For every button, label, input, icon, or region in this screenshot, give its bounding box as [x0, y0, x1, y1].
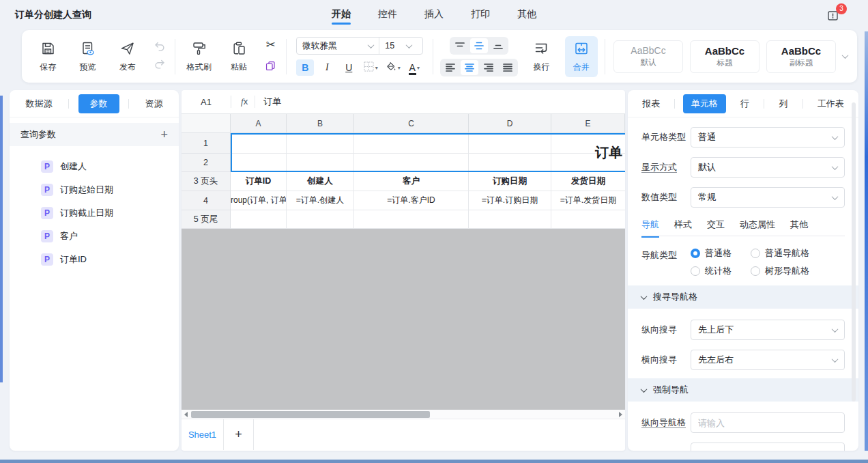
preset-subtitle[interactable]: AaBbCc 副标题 [766, 40, 836, 73]
param-item-order-id[interactable]: P 订单ID [41, 253, 179, 266]
radio-tree-nav-cell[interactable]: 树形导航格 [751, 265, 809, 277]
font-size-select[interactable]: 15 [379, 38, 417, 54]
cell-a2[interactable] [231, 154, 287, 172]
format-painter-button[interactable]: 格式刷 [182, 36, 215, 77]
cell-e1[interactable] [551, 133, 625, 154]
column-header-e[interactable]: E [551, 114, 625, 132]
cell-c5[interactable] [354, 210, 469, 229]
valign-middle-button[interactable] [470, 38, 488, 53]
vertical-nav-cell-input[interactable] [691, 412, 845, 433]
paste-button[interactable]: 粘贴 [222, 36, 255, 77]
cell-type-select[interactable]: 普通 [691, 127, 845, 148]
cell-a5[interactable] [231, 210, 287, 229]
tab-print[interactable]: 打印 [469, 1, 491, 27]
tab-cell[interactable]: 单元格 [683, 94, 726, 113]
horizontal-scrollbar[interactable] [182, 410, 625, 419]
subtab-dynamic-attrs[interactable]: 动态属性 [740, 219, 775, 236]
tab-column[interactable]: 列 [772, 94, 794, 113]
bold-button[interactable]: B [296, 59, 314, 76]
scroll-left-icon[interactable] [184, 412, 188, 417]
section-search-nav[interactable]: 搜寻导航格 [628, 285, 858, 309]
radio-normal-cell[interactable]: 普通格 [691, 247, 751, 259]
cell-b5[interactable] [287, 210, 354, 229]
halign-right-button[interactable] [480, 60, 497, 75]
tab-datasource[interactable]: 数据源 [19, 94, 59, 113]
column-header-b[interactable]: B [287, 114, 354, 132]
row-header-4[interactable]: 4 [182, 191, 231, 210]
cell-b1[interactable] [287, 133, 354, 154]
tab-worksheet[interactable]: 工作表 [811, 94, 851, 113]
cell-d4[interactable]: =订单.订购日期 [469, 191, 551, 210]
param-item-customer[interactable]: P 客户 [41, 229, 179, 242]
row-header-3-pageheader[interactable]: 3 页头 [182, 172, 231, 191]
subtab-other[interactable]: 其他 [790, 219, 808, 236]
section-force-nav[interactable]: 强制导航 [628, 378, 858, 402]
panel-scrollbar-thumb[interactable] [852, 102, 856, 402]
merge-cells-button[interactable]: 合并 [565, 36, 598, 77]
cell-d5[interactable] [469, 210, 551, 229]
row-header-5-pagefooter[interactable]: 5 页尾 [182, 210, 231, 229]
cell-reference-box[interactable]: A1 [182, 97, 231, 107]
tab-other[interactable]: 其他 [516, 1, 538, 27]
param-item-creator[interactable]: P 创建人 [41, 160, 179, 173]
display-mode-select[interactable]: 默认 [691, 157, 845, 178]
radio-normal-nav-cell[interactable]: 普通导航格 [751, 247, 809, 259]
cut-icon[interactable]: ✂ [266, 39, 276, 51]
preview-button[interactable]: 预览 [71, 36, 104, 77]
column-header-c[interactable]: C [354, 114, 469, 132]
borders-button[interactable]: ▾ [362, 59, 379, 76]
cell-e4[interactable]: =订单.发货日期 [551, 191, 625, 210]
column-header-d[interactable]: D [469, 114, 551, 132]
fill-color-button[interactable]: ▾ [384, 59, 401, 76]
tab-report[interactable]: 报表 [635, 94, 667, 113]
tab-resources[interactable]: 资源 [139, 94, 170, 113]
select-all-corner[interactable] [182, 114, 231, 132]
wrap-text-button[interactable]: 换行 [525, 36, 558, 77]
cell-e3[interactable]: 发货日期 [551, 172, 625, 191]
font-color-button[interactable]: A ▾ [405, 59, 423, 76]
clipped-input[interactable] [691, 443, 845, 451]
cell-a1[interactable] [231, 133, 287, 154]
preset-title[interactable]: AaBbCc 标题 [690, 40, 760, 73]
italic-button[interactable]: I [318, 59, 336, 76]
sheet-tab-sheet1[interactable]: Sheet1 [182, 419, 224, 450]
param-item-order-end-date[interactable]: P 订购截止日期 [41, 206, 179, 219]
copy-icon[interactable] [265, 60, 276, 74]
cell-e2[interactable] [551, 154, 625, 172]
value-type-select[interactable]: 常规 [691, 187, 845, 208]
tab-parameters[interactable]: 参数 [78, 94, 119, 113]
cell-b2[interactable] [287, 154, 354, 172]
tab-row[interactable]: 行 [734, 94, 756, 113]
valign-bottom-button[interactable] [489, 38, 507, 53]
publish-button[interactable]: 发布 [111, 36, 144, 77]
cell-d2[interactable] [469, 154, 551, 172]
undo-icon[interactable] [154, 40, 166, 55]
notification-button[interactable]: 3 [826, 8, 841, 23]
cell-c3[interactable]: 客户 [354, 172, 469, 191]
cell-a4[interactable]: roup(订单, 订单↓ [231, 191, 287, 210]
formula-input[interactable]: 订单 [255, 96, 281, 108]
cell-a3[interactable]: 订单ID [231, 172, 287, 191]
row-header-1[interactable]: 1 [182, 133, 231, 154]
cell-c2[interactable] [354, 154, 469, 172]
radio-stat-cell[interactable]: 统计格 [691, 265, 751, 277]
tab-home[interactable]: 开始 [330, 1, 352, 27]
halign-left-button[interactable] [442, 60, 459, 75]
preset-default[interactable]: AaBbCc 默认 [613, 40, 683, 73]
preset-expand-icon[interactable] [842, 52, 849, 59]
row-header-2[interactable]: 2 [182, 154, 231, 172]
column-header-a[interactable]: A [231, 114, 287, 132]
cell-c4[interactable]: =订单.客户ID [354, 191, 469, 210]
cell-b3[interactable]: 创建人 [287, 172, 354, 191]
redo-icon[interactable] [154, 58, 166, 73]
save-button[interactable]: 保存 [31, 36, 64, 77]
cell-b4[interactable]: =订单.创建人 [287, 191, 354, 210]
param-item-order-start-date[interactable]: P 订购起始日期 [41, 183, 179, 196]
tab-widgets[interactable]: 控件 [377, 1, 399, 27]
subtab-style[interactable]: 样式 [674, 219, 692, 236]
subtab-interaction[interactable]: 交互 [707, 219, 725, 236]
subtab-navigation[interactable]: 导航 [641, 219, 659, 238]
cell-c1[interactable] [354, 133, 469, 154]
vertical-search-select[interactable]: 先上后下 [691, 320, 845, 340]
scrollbar-thumb[interactable] [191, 411, 430, 418]
